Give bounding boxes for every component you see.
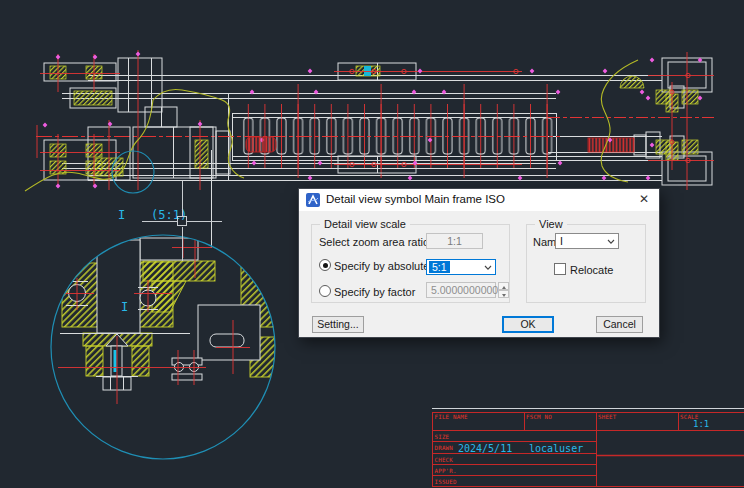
detail-view-symbol-dialog: Detail view symbol Main frame ISO ✕ Deta… xyxy=(298,188,660,338)
value-scale: 1:1 xyxy=(693,419,709,429)
chevron-down-icon[interactable] xyxy=(607,239,615,245)
detail-label: I (5:1) xyxy=(118,208,187,222)
setting-button[interactable]: Setting... xyxy=(312,316,364,333)
detail-circle-marker: I xyxy=(121,300,128,314)
specify-by-absolute-label: Specify by absolute xyxy=(334,260,429,272)
close-icon[interactable]: ✕ xyxy=(635,191,653,208)
dialog-title: Detail view symbol Main frame ISO xyxy=(326,193,505,205)
factor-value-field: 5.0000000000 xyxy=(426,282,496,298)
relocate-label: Relocate xyxy=(570,264,613,276)
label-sheet: SHEET xyxy=(598,414,617,420)
app-logo-icon xyxy=(306,193,320,207)
relocate-checkbox[interactable] xyxy=(554,263,566,275)
cancel-button[interactable]: Cancel xyxy=(596,316,643,333)
absolute-scale-combobox[interactable]: 5:1 xyxy=(426,259,496,275)
down-arrow-icon xyxy=(502,294,506,297)
up-arrow-icon xyxy=(502,286,506,289)
factor-spinner xyxy=(498,282,509,298)
label-fscm-no: FSCM NO xyxy=(526,414,552,420)
label-issued: ISSUED xyxy=(435,479,457,485)
value-drawn-by: localuser xyxy=(529,443,583,454)
label-appr: APP'R. xyxy=(435,468,457,474)
label-drawn: DRAWN xyxy=(435,445,454,451)
ok-button[interactable]: OK xyxy=(502,316,554,333)
view-name-combobox[interactable]: I xyxy=(555,233,619,249)
spinner-up-button xyxy=(498,282,509,290)
detail-label-name: I xyxy=(118,208,125,222)
dialog-titlebar[interactable]: Detail view symbol Main frame ISO ✕ xyxy=(299,189,659,211)
specify-by-absolute-radio[interactable] xyxy=(319,259,331,271)
label-size: SIZE xyxy=(435,434,450,440)
app-window: { "app": { "background_color": "#212830"… xyxy=(0,0,744,488)
label-file-name: FILE NAME xyxy=(435,414,469,420)
detail-view-circle: I xyxy=(51,235,280,459)
value-drawn-date: 2024/5/11 xyxy=(458,443,512,454)
specify-by-factor-label: Specify by factor xyxy=(334,286,415,298)
view-name-value: I xyxy=(560,235,563,247)
specify-by-factor-radio[interactable] xyxy=(319,285,331,297)
label-check: CHECK xyxy=(435,457,454,463)
view-group-label: View xyxy=(535,218,567,230)
detail-view-scale-group-label: Detail view scale xyxy=(320,218,410,230)
zoom-area-ratio-field: 1:1 xyxy=(426,233,483,249)
zoom-area-ratio-label: Select zoom area ratio: xyxy=(319,236,432,248)
title-block: FILE NAME FSCM NO SHEET SCALE SIZE DRAWN… xyxy=(432,409,744,487)
spinner-down-button xyxy=(498,290,509,298)
detail-label-scale: (5:1) xyxy=(151,208,187,222)
absolute-scale-value: 5:1 xyxy=(429,261,450,273)
chevron-down-icon[interactable] xyxy=(484,265,492,271)
